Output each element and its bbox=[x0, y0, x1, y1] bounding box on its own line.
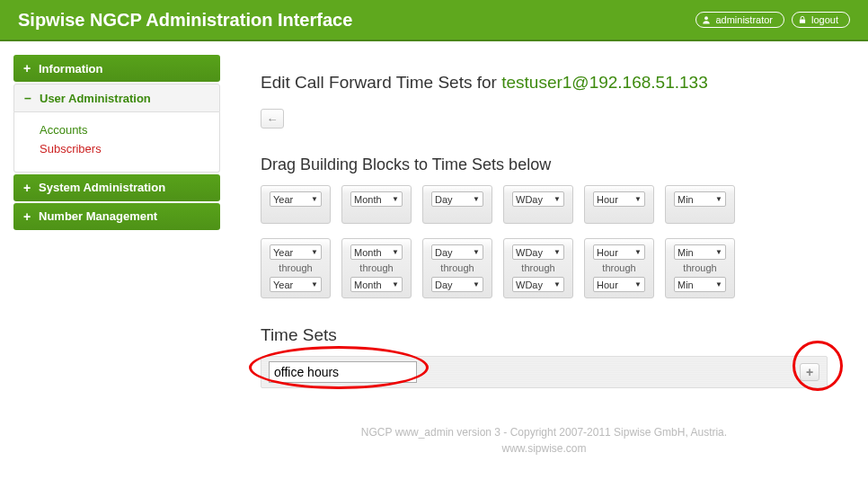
chevron-down-icon: ▼ bbox=[715, 280, 722, 288]
nav-label: System Administration bbox=[39, 181, 165, 194]
user-pill[interactable]: administrator bbox=[695, 12, 784, 28]
subscriber-link[interactable]: testuser1@192.168.51.133 bbox=[501, 73, 708, 92]
footer-line2: www.sipwise.com bbox=[261, 440, 828, 457]
hour-to-select[interactable]: Hour▼ bbox=[593, 277, 645, 292]
chevron-down-icon: ▼ bbox=[634, 280, 642, 288]
chevron-down-icon: ▼ bbox=[715, 248, 722, 256]
chevron-down-icon: ▼ bbox=[392, 195, 399, 203]
nav-label: Information bbox=[39, 62, 103, 75]
chevron-down-icon: ▼ bbox=[392, 280, 399, 288]
logout-label: logout bbox=[811, 14, 838, 25]
wday-from-select[interactable]: WDay▼ bbox=[512, 244, 564, 260]
through-label: through bbox=[440, 263, 474, 273]
block-month-range[interactable]: Month▼ through Month▼ bbox=[341, 238, 412, 298]
min-select[interactable]: Min▼ bbox=[674, 191, 726, 207]
arrow-left-icon: ← bbox=[267, 112, 279, 126]
expand-icon: + bbox=[22, 181, 31, 195]
chevron-down-icon: ▼ bbox=[554, 195, 561, 203]
chevron-down-icon: ▼ bbox=[392, 248, 399, 256]
timesets-heading: Time Sets bbox=[261, 325, 828, 345]
page-title-prefix: Edit Call Forward Time Sets for bbox=[261, 73, 501, 92]
month-select[interactable]: Month▼ bbox=[350, 191, 403, 207]
nav-item-user-administration[interactable]: – User Administration bbox=[13, 84, 220, 112]
year-to-select[interactable]: Year▼ bbox=[270, 277, 322, 292]
min-from-select[interactable]: Min▼ bbox=[674, 244, 726, 260]
block-wday-range[interactable]: WDay▼ through WDay▼ bbox=[503, 238, 573, 298]
layout: + Information – User Administration Acco… bbox=[0, 41, 868, 470]
chevron-down-icon: ▼ bbox=[634, 195, 642, 203]
chevron-down-icon: ▼ bbox=[473, 195, 480, 203]
back-button[interactable]: ← bbox=[261, 109, 284, 129]
block-min[interactable]: Min▼ bbox=[665, 185, 735, 224]
chevron-down-icon: ▼ bbox=[554, 248, 561, 256]
min-to-select[interactable]: Min▼ bbox=[674, 277, 726, 292]
through-label: through bbox=[359, 263, 393, 273]
block-hour-range[interactable]: Hour▼ through Hour▼ bbox=[584, 238, 654, 298]
expand-icon: + bbox=[22, 61, 31, 75]
nav-item-information[interactable]: + Information bbox=[13, 55, 220, 82]
sidebar: + Information – User Administration Acco… bbox=[13, 55, 220, 232]
chevron-down-icon: ▼ bbox=[715, 195, 722, 203]
nav-label: User Administration bbox=[40, 92, 151, 105]
block-day-range[interactable]: Day▼ through Day▼ bbox=[422, 238, 492, 298]
nav-link-accounts[interactable]: Accounts bbox=[40, 121, 203, 140]
year-select[interactable]: Year▼ bbox=[270, 191, 322, 207]
chevron-down-icon: ▼ bbox=[311, 248, 318, 256]
block-year-range[interactable]: Year▼ through Year▼ bbox=[261, 238, 331, 298]
nav-item-number-management[interactable]: + Number Management bbox=[13, 203, 220, 230]
nav-link-subscribers[interactable]: Subscribers bbox=[40, 140, 203, 159]
day-to-select[interactable]: Day▼ bbox=[431, 277, 483, 292]
nav-item-system-administration[interactable]: + System Administration bbox=[13, 174, 220, 201]
chevron-down-icon: ▼ bbox=[634, 248, 642, 256]
svg-point-0 bbox=[705, 16, 709, 20]
topbar: Sipwise NGCP Administration Interface ad… bbox=[0, 0, 868, 41]
user-label: administrator bbox=[715, 14, 773, 25]
day-from-select[interactable]: Day▼ bbox=[431, 244, 483, 260]
block-row-single: Year▼ Month▼ Day▼ WDay▼ Hour▼ Min▼ bbox=[261, 185, 828, 224]
timeset-name-input[interactable] bbox=[269, 361, 417, 383]
wday-select[interactable]: WDay▼ bbox=[512, 191, 564, 207]
through-label: through bbox=[521, 263, 554, 273]
block-row-range: Year▼ through Year▼ Month▼ through Month… bbox=[261, 238, 828, 298]
collapse-icon: – bbox=[23, 91, 32, 105]
chevron-down-icon: ▼ bbox=[473, 248, 480, 256]
add-timeset-button[interactable]: + bbox=[800, 363, 819, 381]
plus-icon: + bbox=[806, 365, 813, 379]
main-content: Edit Call Forward Time Sets for testuser… bbox=[261, 55, 855, 457]
block-min-range[interactable]: Min▼ through Min▼ bbox=[665, 238, 735, 298]
building-blocks-heading: Drag Building Blocks to Time Sets below bbox=[261, 155, 828, 174]
wday-to-select[interactable]: WDay▼ bbox=[512, 277, 564, 292]
chevron-down-icon: ▼ bbox=[473, 280, 480, 288]
topbar-right: administrator logout bbox=[695, 12, 850, 28]
hour-select[interactable]: Hour▼ bbox=[593, 191, 645, 207]
month-to-select[interactable]: Month▼ bbox=[350, 277, 403, 292]
month-from-select[interactable]: Month▼ bbox=[350, 244, 403, 260]
block-year[interactable]: Year▼ bbox=[261, 185, 331, 224]
chevron-down-icon: ▼ bbox=[311, 280, 318, 288]
block-wday[interactable]: WDay▼ bbox=[503, 185, 573, 224]
footer: NGCP www_admin version 3 - Copyright 200… bbox=[261, 424, 828, 457]
day-select[interactable]: Day▼ bbox=[431, 191, 483, 207]
user-icon bbox=[702, 15, 711, 24]
app-title: Sipwise NGCP Administration Interface bbox=[18, 10, 352, 31]
block-month[interactable]: Month▼ bbox=[341, 185, 412, 224]
hour-from-select[interactable]: Hour▼ bbox=[593, 244, 645, 260]
year-from-select[interactable]: Year▼ bbox=[270, 244, 322, 260]
nav-label: Number Management bbox=[39, 209, 157, 223]
timeset-row: + bbox=[261, 356, 828, 388]
block-day[interactable]: Day▼ bbox=[422, 185, 492, 224]
through-label: through bbox=[279, 263, 312, 273]
lock-icon bbox=[798, 15, 807, 24]
svg-rect-1 bbox=[800, 19, 805, 22]
footer-line1: NGCP www_admin version 3 - Copyright 200… bbox=[261, 424, 828, 440]
chevron-down-icon: ▼ bbox=[554, 280, 561, 288]
nav-sub-user-admin: Accounts Subscribers bbox=[13, 112, 220, 173]
block-hour[interactable]: Hour▼ bbox=[584, 185, 654, 224]
through-label: through bbox=[683, 263, 716, 273]
page-title: Edit Call Forward Time Sets for testuser… bbox=[261, 73, 828, 93]
through-label: through bbox=[602, 263, 635, 273]
logout-button[interactable]: logout bbox=[792, 12, 850, 28]
expand-icon: + bbox=[22, 209, 31, 224]
chevron-down-icon: ▼ bbox=[311, 195, 318, 203]
